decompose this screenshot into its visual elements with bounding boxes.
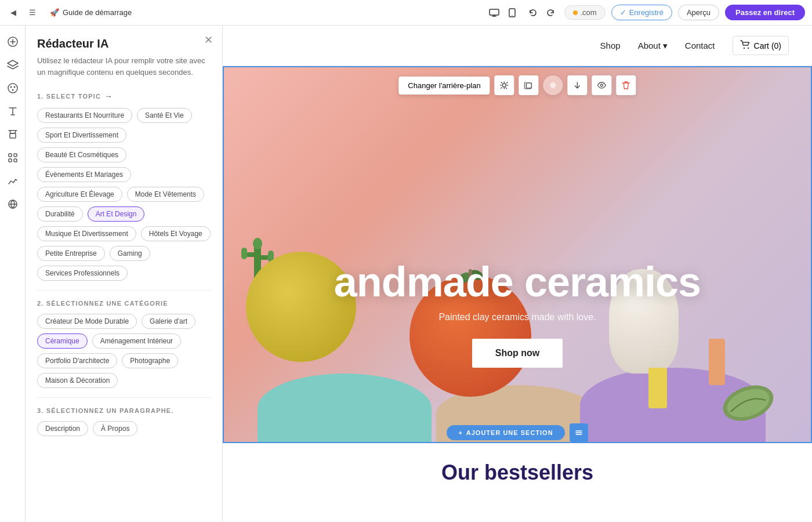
topic-tag[interactable]: Mode Et Vêtements — [127, 187, 204, 202]
apercu-label: Aperçu — [687, 8, 710, 17]
arrow-icon: → — [104, 92, 113, 101]
svg-point-2 — [512, 15, 513, 16]
canvas-scroll[interactable]: Shop About ▾ Contact Cart (0) — [223, 26, 812, 522]
about-label: About — [638, 41, 661, 50]
apercu-button[interactable]: Aperçu — [678, 5, 719, 20]
cylinder-yellow — [648, 368, 667, 408]
canvas-frame: Shop About ▾ Contact Cart (0) — [223, 26, 812, 522]
leaf-decoration — [719, 383, 777, 426]
topic-tag[interactable]: Services Professionnels — [37, 266, 128, 281]
paragraph-tag[interactable]: À Propos — [93, 421, 137, 436]
topic-tag[interactable]: Restaurants Et Nourriture — [37, 108, 132, 123]
analytics-button[interactable] — [2, 171, 23, 191]
hero-circle-button[interactable] — [543, 75, 563, 95]
section-sort-button[interactable] — [570, 423, 588, 442]
hero-visibility-button[interactable] — [592, 75, 612, 95]
svg-point-7 — [12, 89, 13, 91]
svg-point-21 — [253, 238, 262, 249]
hero-cta-button[interactable]: Shop now — [472, 339, 563, 368]
nav-about[interactable]: About ▾ — [638, 41, 668, 51]
tablet-button[interactable] — [505, 5, 519, 21]
svg-point-14 — [743, 48, 744, 49]
back-button[interactable]: ◀ — [7, 5, 20, 20]
multilingual-button[interactable] — [2, 194, 23, 215]
svg-rect-19 — [256, 255, 269, 260]
domain-text: .com — [580, 8, 596, 17]
domain-dot — [573, 10, 578, 15]
hero-duplicate-button[interactable] — [519, 75, 539, 95]
hero-delete-button[interactable] — [617, 75, 636, 95]
category-tag[interactable]: Photographe — [122, 353, 178, 368]
icon-sidebar — [0, 26, 26, 522]
topic-tag[interactable]: Art Et Design — [88, 206, 145, 222]
hero-settings-button[interactable] — [495, 75, 514, 95]
plus-icon: + — [458, 429, 462, 436]
hero-subtitle: Painted clay ceramics made with love. — [223, 312, 812, 322]
category-tag[interactable]: Maison & Décoration — [37, 373, 118, 388]
live-label: Passez en direct — [735, 8, 795, 17]
palette-button[interactable] — [2, 78, 23, 99]
nav-contact[interactable]: Contact — [685, 41, 715, 50]
ai-panel-close-button[interactable]: ✕ — [204, 35, 213, 45]
topic-tag[interactable]: Musique Et Divertissement — [37, 226, 136, 241]
svg-rect-12 — [14, 159, 17, 162]
hero-title: andmade ceramics — [223, 261, 812, 303]
enregistre-button[interactable]: ✓ Enregistré — [611, 5, 672, 20]
next-section: Our bestsellers — [223, 443, 812, 502]
layers-button[interactable] — [2, 55, 23, 75]
text-button[interactable] — [2, 101, 23, 122]
redo-button[interactable] — [542, 5, 559, 21]
topic-tag[interactable]: Évènements Et Mariages — [37, 167, 131, 182]
svg-point-5 — [10, 86, 12, 88]
undo-button[interactable] — [525, 5, 541, 21]
topic-tag[interactable]: Sport Et Divertissement — [37, 128, 126, 143]
ai-panel-title: Rédacteur IA — [37, 37, 211, 50]
guide-button[interactable]: 🚀 Guide de démarrage — [45, 6, 136, 19]
svg-point-6 — [13, 86, 15, 88]
topic-tag[interactable]: Santé Et Vie — [137, 108, 192, 123]
topic-tag[interactable]: Beauté Et Cosmétiques — [37, 147, 126, 162]
svg-rect-10 — [14, 154, 17, 157]
add-section-label: AJOUTER UNE SECTION — [466, 429, 553, 436]
svg-point-29 — [601, 84, 603, 86]
live-button[interactable]: Passez en direct — [725, 5, 805, 20]
cart-label: Cart (0) — [754, 41, 781, 50]
about-arrow: ▾ — [663, 41, 668, 51]
category-tag[interactable]: Céramique — [37, 334, 88, 349]
hero-content: andmade ceramics Painted clay ceramics m… — [223, 261, 812, 368]
topic-tag[interactable]: Gaming — [110, 246, 150, 261]
rocket-icon: 🚀 — [50, 8, 59, 17]
store-button[interactable] — [2, 124, 23, 145]
topic-tag[interactable]: Hôtels Et Voyage — [141, 226, 211, 241]
monitor-button[interactable] — [485, 5, 503, 20]
svg-rect-8 — [10, 133, 16, 138]
guide-label: Guide de démarrage — [63, 8, 132, 17]
menu-icon: ☰ — [29, 8, 36, 17]
enregistre-label: Enregistré — [629, 8, 664, 17]
category-tag[interactable]: Créateur De Mode Durable — [37, 314, 137, 329]
category-tag[interactable]: Aménagement Intérieur — [92, 334, 181, 349]
paragraph-tag[interactable]: Description — [37, 421, 88, 436]
hero-move-down-button[interactable] — [568, 75, 588, 95]
undo-redo-group — [525, 5, 559, 21]
menu-button[interactable]: ☰ — [26, 5, 39, 20]
nav-shop[interactable]: Shop — [600, 41, 621, 50]
category-tag[interactable]: Portfolio D'architecte — [37, 353, 117, 368]
add-section-button[interactable]: + AJOUTER UNE SECTION — [447, 425, 564, 440]
category-tag[interactable]: Galerie d'art — [142, 314, 195, 329]
topic-tag[interactable]: Petite Entreprise — [37, 246, 105, 261]
topic-tag[interactable]: Agriculture Et Élevage — [37, 187, 122, 202]
apps-button[interactable] — [2, 147, 23, 168]
topic-tag[interactable]: Durabilité — [37, 206, 83, 222]
svg-point-28 — [550, 82, 556, 88]
ai-panel-header: Rédacteur IA Utilisez le rédacteur IA po… — [26, 26, 222, 84]
hero-toolbar: Changer l'arrière-plan — [398, 75, 636, 95]
svg-rect-11 — [9, 159, 12, 162]
change-background-button[interactable]: Changer l'arrière-plan — [398, 77, 490, 95]
svg-rect-9 — [9, 154, 12, 157]
svg-point-15 — [747, 48, 748, 49]
add-elements-button[interactable] — [2, 31, 23, 52]
nav-cart[interactable]: Cart (0) — [733, 36, 789, 55]
bestsellers-title: Our bestsellers — [240, 461, 795, 485]
ai-panel-content: 1. SELECT TOPIC → Restaurants Et Nourrit… — [26, 84, 222, 522]
